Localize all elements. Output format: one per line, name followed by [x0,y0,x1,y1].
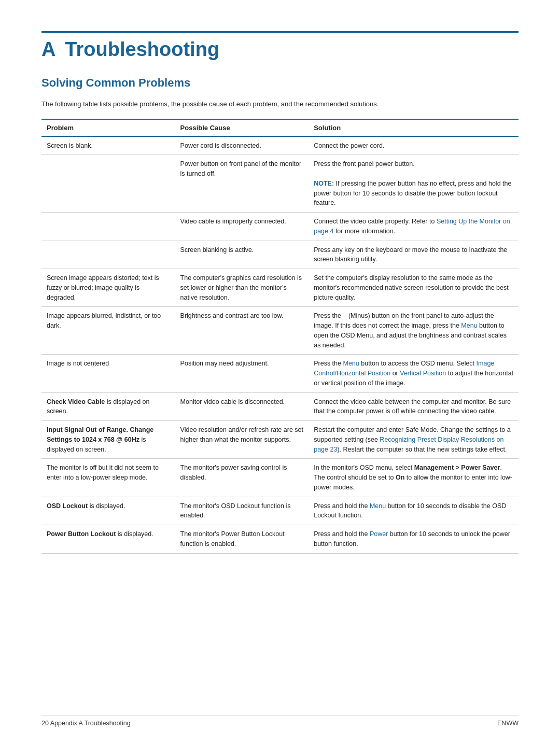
table-row: Input Signal Out of Range. Change Settin… [41,421,519,459]
table-row: OSD Lockout is displayed. The monitor's … [41,497,519,525]
problem-cell: The monitor is off but it did not seem t… [41,459,175,497]
page: ATroubleshooting Solving Common Problems… [0,0,560,745]
table-row: Screen is blank. Power cord is disconnec… [41,136,519,155]
problem-cell [41,155,175,213]
table-row: Image is not centered Position may need … [41,355,519,392]
solution-cell: Connect the power cord. [309,136,519,155]
problem-cell: Power Button Lockout is displayed. [41,525,175,554]
note-text: If pressing the power button has no effe… [314,180,511,207]
table-row: Video cable is improperly connected. Con… [41,213,519,241]
chapter-title: ATroubleshooting [41,31,519,61]
power-link[interactable]: Power [370,530,388,538]
problem-bold: Input Signal Out of Range. Change Settin… [47,426,153,443]
problem-cell [41,213,175,241]
solution-cell: Press and hold the Menu button for 10 se… [309,497,519,525]
header-cause: Possible Cause [175,119,309,136]
solution-cell: In the monitor's OSD menu, select Manage… [309,459,519,497]
cause-cell: Power cord is disconnected. [175,136,309,155]
section-title: Solving Common Problems [41,76,519,90]
cause-cell: Position may need adjustment. [175,355,309,392]
problem-bold: OSD Lockout [47,502,88,510]
note-label: NOTE: [314,180,334,187]
cause-cell: Screen blanking is active. [175,241,309,269]
problem-cell: Screen image appears distorted; text is … [41,269,175,307]
problem-cell: Image appears blurred, indistinct, or to… [41,307,175,355]
cause-cell: The monitor's power saving control is di… [175,459,309,497]
solution-cell: Connect the video cable properly. Refer … [309,213,519,241]
footer-left: 20 Appendix A Troubleshooting [41,720,131,727]
cause-cell: Brightness and contrast are too low. [175,307,309,355]
problem-cell: Check Video Cable is displayed on screen… [41,392,175,421]
menu-link-1[interactable]: Menu [461,322,477,329]
problems-table: Problem Possible Cause Solution Screen i… [41,119,519,554]
cause-cell: The computer's graphics card resolution … [175,269,309,307]
preset-display-link[interactable]: Recognizing Preset Display Resolutions o… [314,436,503,453]
problem-bold: Power Button Lockout [47,530,116,538]
table-row: Screen image appears distorted; text is … [41,269,519,307]
problem-cell: Image is not centered [41,355,175,392]
cause-cell: Power button on front panel of the monit… [175,155,309,213]
cause-cell: The monitor's OSD Lockout function is en… [175,497,309,525]
page-footer: 20 Appendix A Troubleshooting ENWW [41,715,519,727]
on-bold: On [396,474,404,481]
cause-cell: Video cable is improperly connected. [175,213,309,241]
table-row: Check Video Cable is displayed on screen… [41,392,519,421]
intro-text: The following table lists possible probl… [41,99,519,109]
table-row: Power Button Lockout is displayed. The m… [41,525,519,554]
vertical-position-link[interactable]: Vertical Position [400,370,446,377]
problem-cell: OSD Lockout is displayed. [41,497,175,525]
solution-cell: Press the Menu button to access the OSD … [309,355,519,392]
menu-link-2[interactable]: Menu [343,360,359,367]
problem-bold: Check Video Cable [47,398,105,405]
table-row: The monitor is off but it did not seem t… [41,459,519,497]
solution-cell: Press any key on the keyboard or move th… [309,241,519,269]
header-solution: Solution [309,119,519,136]
problem-cell [41,241,175,269]
chapter-title-text: Troubleshooting [65,38,219,60]
chapter-letter: A [41,38,55,60]
solution-cell: Restart the computer and enter Safe Mode… [309,421,519,459]
solution-cell: Set the computer's display resolution to… [309,269,519,307]
menu-link-3[interactable]: Menu [370,502,386,510]
solution-cell: Press and hold the Power button for 10 s… [309,525,519,554]
setting-up-link[interactable]: Setting Up the Monitor on page 4 [314,218,510,235]
table-row: Image appears blurred, indistinct, or to… [41,307,519,355]
cause-cell: The monitor's Power Button Lockout funct… [175,525,309,554]
table-header-row: Problem Possible Cause Solution [41,119,519,136]
solution-cell: Press the – (Minus) button on the front … [309,307,519,355]
cause-cell: Video resolution and/or refresh rate are… [175,421,309,459]
problem-cell: Screen is blank. [41,136,175,155]
cause-cell: Monitor video cable is disconnected. [175,392,309,421]
table-row: Power button on front panel of the monit… [41,155,519,213]
footer-right: ENWW [497,720,519,727]
header-problem: Problem [41,119,175,136]
solution-cell: Press the front panel power button. NOTE… [309,155,519,213]
table-row: Screen blanking is active. Press any key… [41,241,519,269]
solution-cell: Connect the video cable between the comp… [309,392,519,421]
problem-cell: Input Signal Out of Range. Change Settin… [41,421,175,459]
management-bold: Management > Power Saver [414,464,500,471]
